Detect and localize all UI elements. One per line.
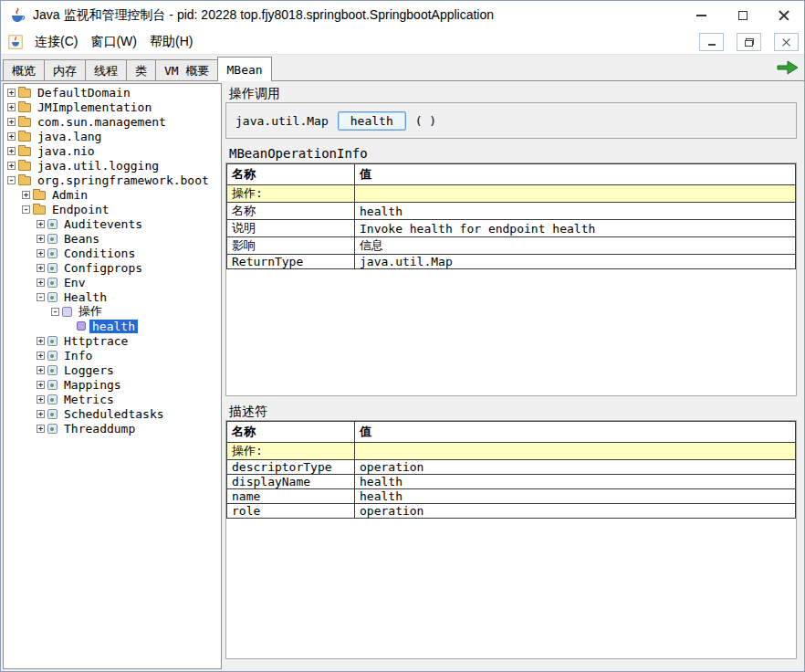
descriptor-table: 名称值操作:descriptorTypeoperationdisplayName… [226,421,796,519]
expand-icon[interactable]: + [37,352,45,360]
collapse-icon[interactable]: - [22,205,30,214]
tree-label: Auditevents [61,217,145,231]
tree-item-java.util.logging[interactable]: +java.util.logging [4,158,221,173]
mbean-icon [47,394,58,404]
frame-minimize-button[interactable] [699,33,724,51]
tree-item-Conditions[interactable]: +Conditions [4,246,221,260]
window-title: Java 监视和管理控制台 - pid: 20228 top.fjy8018.s… [33,7,494,24]
tab-内存[interactable]: 内存 [44,59,86,80]
tree-item-操作[interactable]: -操作 [4,304,221,319]
tree-item-org.springframework.boot[interactable]: -org.springframework.boot [4,173,221,187]
cell-value: health [355,203,796,220]
tree-item-Info[interactable]: +Info [4,348,221,362]
window-controls [681,1,804,30]
expand-icon[interactable]: + [7,103,16,111]
folder-icon [18,147,31,156]
close-button[interactable] [763,1,804,30]
table-row[interactable]: displayNamehealth [227,475,796,489]
expand-icon[interactable]: + [37,410,45,418]
operation-invoke-title: 操作调用 [229,86,799,100]
expand-icon[interactable]: + [37,337,45,345]
tree-item-Endpoint[interactable]: -Endpoint [4,202,221,216]
menu-connection[interactable]: 连接(C) [28,31,84,53]
menu-help[interactable]: 帮助(H) [143,31,199,53]
tree-item-Env[interactable]: +Env [4,275,221,289]
expand-icon[interactable]: + [7,132,16,141]
tree-item-Beans[interactable]: +Beans [4,231,221,246]
table-row[interactable]: namehealth [227,489,796,504]
folder-icon [18,89,31,98]
expand-icon[interactable]: + [37,425,45,433]
cell-value: operation [355,460,796,475]
tab-MBean[interactable]: MBean [217,57,271,81]
tree-item-Metrics[interactable]: +Metrics [4,392,221,406]
tab-类[interactable]: 类 [126,59,156,80]
detail-panel: 操作调用 java.util.Map health ( ) MBeanOpera… [222,83,802,669]
return-type-label: java.util.Map [235,114,329,128]
maximize-icon [738,11,748,20]
expand-icon[interactable]: + [37,264,45,272]
connected-arrow-icon[interactable] [776,60,800,75]
expand-icon[interactable]: + [37,381,45,389]
tree-label: Httptrace [61,334,131,348]
tree-item-Threaddump[interactable]: +Threaddump [4,421,221,436]
tab-VM 概要[interactable]: VM 概要 [155,59,218,80]
frame-close-button[interactable] [774,33,799,51]
expand-icon[interactable]: + [7,162,16,170]
expand-icon[interactable]: + [37,220,45,228]
tree-label: Conditions [61,247,138,260]
table-row[interactable]: descriptorTypeoperation [227,460,796,475]
tree-label: Mappings [61,378,124,392]
table-row[interactable]: 名称health [227,203,796,220]
collapse-icon[interactable]: - [7,176,16,184]
header-row: 名称值 [227,164,796,185]
table-row[interactable]: 影响信息 [227,237,796,255]
tree-item-Health[interactable]: -Health [4,289,221,304]
tree-item-DefaultDomain[interactable]: +DefaultDomain [4,85,221,100]
tree-label: Metrics [61,393,117,406]
table-row[interactable]: 操作: [227,443,796,460]
frame-minimize-icon [708,44,716,46]
table-row[interactable]: 说明Invoke health for endpoint health [227,220,796,237]
mbean-icon [47,248,58,258]
tree-item-Admin[interactable]: +Admin [4,187,221,202]
tab-线程[interactable]: 线程 [85,59,127,80]
expand-icon[interactable]: + [37,395,45,404]
tree-item-Mappings[interactable]: +Mappings [4,377,221,392]
expand-icon[interactable]: + [7,147,16,155]
tree-item-Loggers[interactable]: +Loggers [4,362,221,377]
expand-icon[interactable]: + [37,366,45,374]
maximize-button[interactable] [722,1,763,30]
tree-label: Configprops [61,261,145,275]
tree-item-Auditevents[interactable]: +Auditevents [4,216,221,231]
tree-item-Httptrace[interactable]: +Httptrace [4,333,221,348]
expand-icon[interactable]: + [37,278,45,287]
tree-item-java.lang[interactable]: +java.lang [4,129,221,143]
expand-icon[interactable]: + [7,118,16,126]
frame-restore-button[interactable] [737,33,761,51]
collapse-icon[interactable]: - [51,308,59,316]
cell-value: health [355,475,796,489]
expand-icon[interactable]: + [7,89,16,97]
table-row[interactable]: ReturnTypejava.util.Map [227,255,796,269]
tree-item-com.sun.management[interactable]: +com.sun.management [4,114,221,129]
tree-item-Configprops[interactable]: +Configprops [4,260,221,275]
column-header: 名称 [227,164,355,185]
tree-item-Scheduledtasks[interactable]: +Scheduledtasks [4,406,221,421]
tree-item-JMImplementation[interactable]: +JMImplementation [4,100,221,114]
menu-window[interactable]: 窗口(W) [84,31,143,53]
tree-item-java.nio[interactable]: +java.nio [4,143,221,158]
table-row[interactable]: 操作: [227,185,796,203]
tab-概览[interactable]: 概览 [3,59,45,80]
minimize-button[interactable] [681,1,722,30]
expand-icon[interactable]: + [37,249,45,257]
expand-icon[interactable]: + [37,235,45,243]
invoke-health-button[interactable]: health [338,111,406,131]
expand-icon[interactable]: + [22,191,30,199]
mbean-icon [47,278,58,288]
collapse-icon[interactable]: - [37,293,45,301]
table-row[interactable]: roleoperation [227,504,796,519]
tree-item-health[interactable]: health [4,319,221,333]
menubar: 连接(C)窗口(W)帮助(H) [1,30,804,55]
cell-name: 名称 [227,203,355,220]
